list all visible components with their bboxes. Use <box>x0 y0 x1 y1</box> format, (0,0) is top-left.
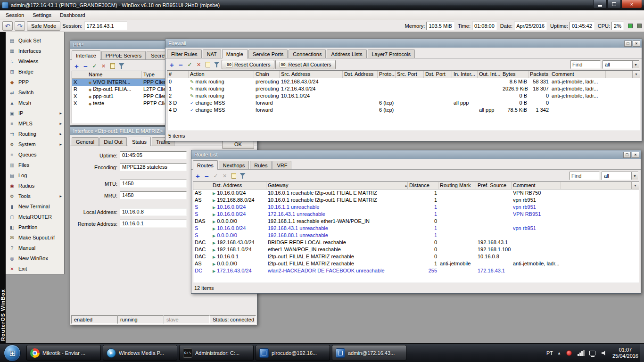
sidebar-item-tools[interactable]: ⚙Tools▸ <box>6 191 64 201</box>
firewall-rule-row[interactable]: 3 D✓change MSSforward6 (tcp)all ppp0 B0 <box>167 99 640 107</box>
column-select-icon[interactable]: ▼ <box>631 182 639 189</box>
menu-item-session[interactable]: Session <box>1 11 28 19</box>
sidebar-item-new-terminal[interactable]: ▮New Terminal <box>6 201 64 212</box>
sidebar-item-log[interactable]: ▤Log <box>6 170 64 181</box>
firewall-col-chain[interactable]: Chain <box>254 71 280 78</box>
notification-app-icon[interactable] <box>565 349 573 357</box>
firewall-col-proto[interactable]: Proto... <box>378 71 396 78</box>
taskbar-button-admin-172-16-43[interactable]: admin@172.16.43... <box>332 345 406 361</box>
firewall-filter-dropdown[interactable]: all ▼ <box>603 60 639 69</box>
sidebar-item-queues[interactable]: ≡Queues <box>6 149 64 160</box>
start-button[interactable]: ⊞ <box>4 345 21 362</box>
enable-button[interactable]: ✓ <box>212 172 220 180</box>
ppp-tab-interface[interactable]: Interface <box>72 50 100 60</box>
route-row[interactable]: DC▶172.16.43.0/24wlan2-HACKEADOR DE FACE… <box>193 267 639 274</box>
firewall-tab-service-ports[interactable]: Service Ports <box>248 49 288 58</box>
route-window-titlebar[interactable]: Route List □ × <box>191 150 641 159</box>
sidebar-item-mesh[interactable]: ▲Mesh <box>6 98 64 108</box>
firewall-col-src-address[interactable]: Src. Address <box>280 71 343 78</box>
tray-expand-icon[interactable]: ▲ <box>557 351 561 355</box>
display-icon[interactable] <box>589 349 596 357</box>
firewall-col-out-int[interactable]: Out. Int... <box>478 71 501 78</box>
ppp-col-name[interactable]: Name <box>87 71 142 78</box>
firewall-col-dst-port[interactable]: Dst. Port <box>424 71 452 78</box>
sidebar-item-radius[interactable]: ◉Radius <box>6 181 64 191</box>
sidebar-item-manual[interactable]: ?Manual <box>6 243 64 253</box>
redo-button[interactable]: ↷ <box>15 21 25 31</box>
route-col-dst-address[interactable]: Dst. Address <box>211 182 266 189</box>
firewall-rule-row[interactable]: 2✎mark routingprerouting10.16.1.0/240 B0… <box>167 92 640 99</box>
route-tab-routes[interactable]: Routes <box>193 160 218 170</box>
route-filter-dropdown[interactable]: all ▼ <box>602 172 638 180</box>
maximize-button[interactable] <box>607 0 621 8</box>
enable-button[interactable]: ✓ <box>186 60 194 69</box>
volume-icon[interactable] <box>601 349 608 357</box>
filter-button[interactable] <box>239 172 247 180</box>
close-button[interactable]: × <box>621 0 642 8</box>
firewall-find-input[interactable] <box>570 60 601 69</box>
close-window-icon[interactable]: × <box>632 152 639 158</box>
column-select-icon[interactable]: ▼ <box>632 71 640 78</box>
safe-mode-button[interactable]: Safe Mode <box>27 21 60 31</box>
taskbar-button-mikrotik-enviar[interactable]: Mikrotik - Enviar ... <box>26 345 101 361</box>
route-row[interactable]: AS▶10.16.0.0/2410.16.0.1 reachable l2tp-… <box>193 189 639 197</box>
route-row[interactable]: S▶0.0.0.0/0192.168.88.1 unreachable1 <box>193 232 639 239</box>
sidebar-item-new-winbox[interactable]: ◎New WinBox <box>6 253 64 263</box>
taskbar-button-windows-media-p[interactable]: ▶Windows Media P... <box>103 345 177 361</box>
firewall-col-in-inter[interactable]: In. Inter... <box>452 71 478 78</box>
firewall-tab-layer7-protocols[interactable]: Layer7 Protocols <box>368 49 415 58</box>
interface-tab-dial-out[interactable]: Dial Out <box>99 137 127 146</box>
sidebar-item-bridge[interactable]: ⊞Bridge <box>6 66 64 77</box>
route-col-pref-source[interactable]: Pref. Source <box>476 182 512 189</box>
route-row[interactable]: AS▶192.168.88.0/2410.16.0.1 reachable l2… <box>193 197 639 204</box>
interface-tab-general[interactable]: General <box>72 137 99 146</box>
reset-all-counters-button[interactable]: 00 Reset All Counters <box>275 60 335 69</box>
dropdown-icon[interactable]: ▼ <box>632 61 639 68</box>
comment-button[interactable] <box>204 60 212 69</box>
route-tab-vrf[interactable]: VRF <box>272 161 291 169</box>
filter-button[interactable] <box>117 62 125 70</box>
firewall-col-packets[interactable]: Packets <box>528 71 550 78</box>
ppp-tab-pppoe-servers[interactable]: PPPoE Servers <box>101 51 146 59</box>
sidebar-item-quick-set[interactable]: ▤Quick Set <box>6 35 64 46</box>
remove-button[interactable]: − <box>177 60 185 69</box>
route-find-input[interactable] <box>570 172 600 180</box>
close-window-icon[interactable]: × <box>633 41 640 47</box>
firewall-tab-filter-rules[interactable]: Filter Rules <box>167 49 202 58</box>
firewall-tab-address-lists[interactable]: Address Lists <box>327 49 366 58</box>
firewall-col-bytes[interactable]: Bytes <box>501 71 528 78</box>
interface-tab-status[interactable]: Status <box>128 137 151 146</box>
sidebar-item-partition[interactable]: ◧Partition <box>6 222 64 232</box>
firewall-col-comment[interactable]: Comment <box>550 71 606 78</box>
firewall-col-dst-address[interactable]: Dst. Address <box>343 71 378 78</box>
sidebar-item-interfaces[interactable]: ▦Interfaces <box>6 46 64 56</box>
remove-button[interactable]: − <box>82 62 90 70</box>
enable-button[interactable]: ✓ <box>91 62 99 70</box>
network-signal-icon[interactable] <box>577 349 585 357</box>
firewall-tab-nat[interactable]: NAT <box>203 49 221 58</box>
add-button[interactable]: + <box>168 60 176 69</box>
taskbar-button-administrador-c[interactable]: C:\Administrador: C:... <box>179 345 254 361</box>
route-row[interactable]: S▶10.16.0.0/24192.168.43.1 unreachable1v… <box>193 225 639 232</box>
sidebar-item-routing[interactable]: ⇉Routing▸ <box>6 129 64 139</box>
firewall-tab-connections[interactable]: Connections <box>289 49 326 58</box>
route-row[interactable]: DAC▶10.16.0.1l2tp-out1 FILIAL E MATRIZ r… <box>193 253 639 260</box>
sidebar-item-exit[interactable]: ✕Exit <box>6 263 64 274</box>
undo-button[interactable]: ↶ <box>2 21 13 31</box>
firewall-tab-mangle[interactable]: Mangle <box>222 49 248 58</box>
route-col-gateway[interactable]: Gateway▴ <box>266 182 408 189</box>
route-col-routing-mark[interactable]: Routing Mark <box>438 182 476 189</box>
disable-button[interactable]: ✕ <box>221 172 229 180</box>
add-button[interactable]: + <box>194 172 202 180</box>
sidebar-item-files[interactable]: ▥Files <box>6 160 64 170</box>
route-col-distance[interactable]: Distance <box>408 182 438 189</box>
route-row[interactable]: AS▶0.0.0.0/0l2tp-out1 FILIAL E MATRIZ re… <box>193 260 639 267</box>
language-indicator[interactable]: PT <box>546 350 553 356</box>
taskbar-clock[interactable]: 01:07 25/04/2016 <box>612 347 638 359</box>
firewall-col-[interactable]: # <box>167 71 189 78</box>
session-value[interactable]: 172.16.43.1 <box>84 22 127 30</box>
comment-button[interactable] <box>108 62 116 70</box>
route-row[interactable]: DAS▶0.0.0.0/0192.168.1.1 reachable ether… <box>193 218 639 225</box>
filter-button[interactable] <box>213 60 221 69</box>
firewall-rule-row[interactable]: 4 D✓change MSSforward6 (tcp)all ppp78.5 … <box>167 107 640 114</box>
